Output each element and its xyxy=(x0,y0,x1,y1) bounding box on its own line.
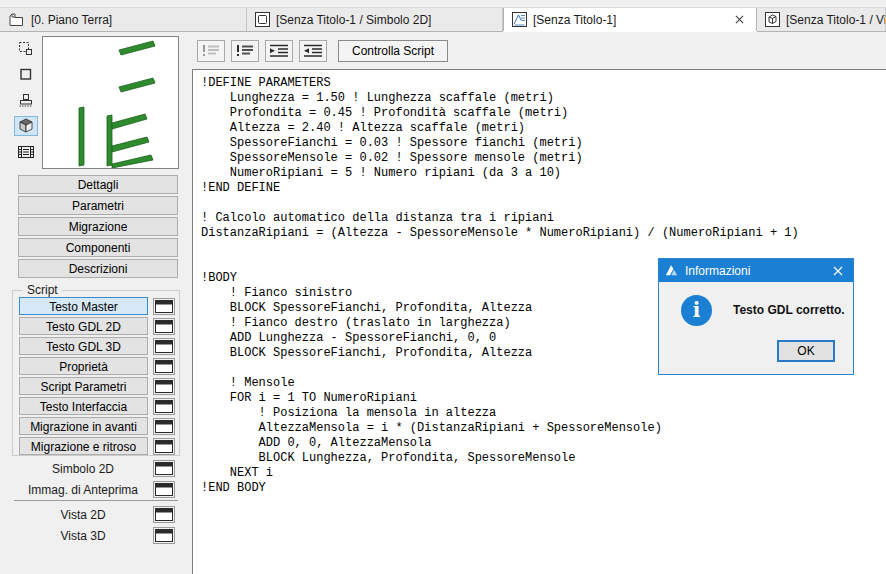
script-button-proprietà[interactable]: Proprietà xyxy=(19,357,148,375)
sidebar: DettagliParametriMigrazioneComponentiDes… xyxy=(0,32,192,574)
open-window-icon[interactable] xyxy=(153,506,175,523)
view-label-vista-2d: Vista 2D xyxy=(18,508,148,522)
tab-bar: [0. Piano Terra][Senza Titolo-1 / Simbol… xyxy=(0,7,886,32)
tab-piano-terra[interactable]: [0. Piano Terra] xyxy=(0,8,247,31)
view-label-simbolo-2d: Simbolo 2D xyxy=(18,462,148,476)
archicad-logo-icon xyxy=(664,263,679,278)
script-row-script-parametri: Script Parametri xyxy=(19,377,179,395)
symbol-2d-icon xyxy=(255,12,270,27)
open-window-icon[interactable] xyxy=(153,438,175,455)
preview-mode-toolstrip xyxy=(11,38,41,162)
indent-icon xyxy=(268,43,290,59)
preview-3d-thumbnail[interactable] xyxy=(42,36,179,169)
stamp-icon[interactable] xyxy=(14,90,38,110)
open-window-icon[interactable] xyxy=(153,527,175,544)
comment-lines-icon xyxy=(201,43,221,59)
tab-senza-titolo-1[interactable]: [Senza Titolo-1] xyxy=(503,8,757,31)
script-toolbar: Controlla Script xyxy=(192,32,886,69)
archicad-gdl-editor-window: [0. Piano Terra][Senza Titolo-1 / Simbol… xyxy=(0,0,886,574)
dialog-message: Testo GDL corretto. xyxy=(733,303,845,317)
ok-button[interactable]: OK xyxy=(777,340,835,362)
dialog-close-icon[interactable] xyxy=(823,259,853,282)
uncomment-lines-button[interactable] xyxy=(231,40,259,62)
script-group: Script Testo MasterTesto GDL 2DTesto GDL… xyxy=(12,290,180,456)
script-button-migrazione-e-ritroso[interactable]: Migrazione e ritroso xyxy=(19,437,148,455)
comment-lines-disabled-button[interactable] xyxy=(197,40,225,62)
open-window-icon[interactable] xyxy=(153,338,175,355)
script-button-script-parametri[interactable]: Script Parametri xyxy=(19,377,148,395)
sidebar-button-parametri[interactable]: Parametri xyxy=(18,196,178,215)
view-label-immag-di-anteprima: Immag. di Anteprima xyxy=(18,483,148,497)
view-row-vista-2d: Vista 2D xyxy=(18,506,180,523)
script-row-migrazione-e-ritroso: Migrazione e ritroso xyxy=(19,437,179,455)
tab-close-icon[interactable] xyxy=(731,13,748,26)
view-row-vista-3d: Vista 3D xyxy=(18,527,180,544)
info-dialog-title: Informazioni xyxy=(685,264,750,278)
script-button-testo-master[interactable]: Testo Master xyxy=(19,297,148,315)
script-row-proprietà: Proprietà xyxy=(19,357,179,375)
script-button-migrazione-in-avanti[interactable]: Migrazione in avanti xyxy=(19,417,148,435)
indent-button[interactable] xyxy=(265,40,293,62)
script-buttons: Testo MasterTesto GDL 2DTesto GDL 3DProp… xyxy=(13,291,179,455)
tab-label: [Senza Titolo-1] xyxy=(533,13,616,27)
view-items: Vista 2DVista 3D xyxy=(18,506,180,548)
script-button-testo-gdl-3d[interactable]: Testo GDL 3D xyxy=(19,337,148,355)
section-buttons: DettagliParametriMigrazioneComponentiDes… xyxy=(18,175,178,280)
check-script-button[interactable]: Controlla Script xyxy=(338,40,448,62)
script-button-testo-interfaccia[interactable]: Testo Interfaccia xyxy=(19,397,148,415)
open-window-icon[interactable] xyxy=(153,358,175,375)
open-window-icon[interactable] xyxy=(153,460,175,477)
script-row-testo-interfaccia: Testo Interfaccia xyxy=(19,397,179,415)
sidebar-button-descrizioni[interactable]: Descrizioni xyxy=(18,259,178,278)
sidebar-button-componenti[interactable]: Componenti xyxy=(18,238,178,257)
info-dialog-titlebar[interactable]: Informazioni xyxy=(659,259,853,282)
script-row-testo-gdl-2d: Testo GDL 2D xyxy=(19,317,179,335)
sidebar-divider xyxy=(14,500,178,501)
view-row-simbolo-2d: Simbolo 2D xyxy=(18,460,180,477)
tab-label: [0. Piano Terra] xyxy=(31,13,112,27)
open-window-icon[interactable] xyxy=(153,318,175,335)
tab-label: [Senza Titolo-1 / Vis xyxy=(786,13,886,27)
info-dialog-body: i Testo GDL corretto. OK xyxy=(659,282,853,374)
marquee-icon[interactable] xyxy=(14,38,38,58)
symbol-preview-items: Simbolo 2DImmag. di Anteprima xyxy=(18,460,180,502)
open-window-icon[interactable] xyxy=(153,398,175,415)
script-group-label: Script xyxy=(23,283,62,297)
square-icon[interactable] xyxy=(14,64,38,84)
info-dialog: Informazioni i Testo GDL corretto. OK xyxy=(658,258,854,375)
sidebar-button-dettagli[interactable]: Dettagli xyxy=(18,175,178,194)
view-label-vista-3d: Vista 3D xyxy=(18,529,148,543)
open-window-icon[interactable] xyxy=(153,298,175,315)
outdent-icon xyxy=(302,43,324,59)
info-icon: i xyxy=(681,295,712,326)
tab-label: [Senza Titolo-1 / Simbolo 2D] xyxy=(276,13,431,27)
open-window-icon[interactable] xyxy=(153,481,175,498)
gdl-master-icon xyxy=(512,12,527,27)
script-row-testo-master: Testo Master xyxy=(19,297,179,315)
filmstrip-icon[interactable] xyxy=(14,142,38,162)
tab-simbolo-2d[interactable]: [Senza Titolo-1 / Simbolo 2D] xyxy=(247,8,503,31)
uncomment-lines-icon xyxy=(235,43,255,59)
tab-vista-3d[interactable]: [Senza Titolo-1 / Vis xyxy=(757,8,886,31)
script-row-migrazione-in-avanti: Migrazione in avanti xyxy=(19,417,179,435)
shelf-3d-preview-drawing xyxy=(43,37,178,168)
open-window-icon[interactable] xyxy=(153,418,175,435)
floor-plan-icon xyxy=(8,12,25,27)
script-row-testo-gdl-3d: Testo GDL 3D xyxy=(19,337,179,355)
open-window-icon[interactable] xyxy=(153,378,175,395)
cube-3d-icon[interactable] xyxy=(14,116,38,136)
script-button-testo-gdl-2d[interactable]: Testo GDL 2D xyxy=(19,317,148,335)
view-row-immag-di-anteprima: Immag. di Anteprima xyxy=(18,481,180,498)
outdent-button[interactable] xyxy=(299,40,327,62)
view-3d-icon xyxy=(765,12,780,27)
sidebar-button-migrazione[interactable]: Migrazione xyxy=(18,217,178,236)
